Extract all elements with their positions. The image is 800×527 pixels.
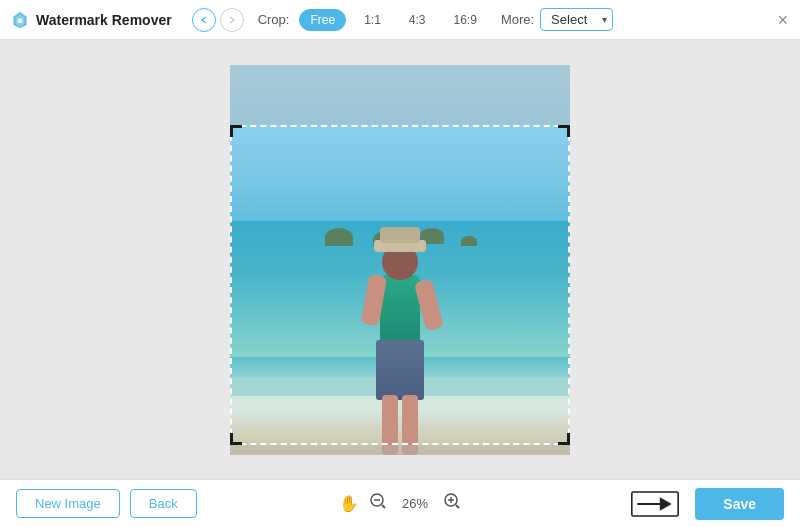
image-canvas bbox=[230, 65, 570, 455]
crop-16-9-button[interactable]: 16:9 bbox=[444, 10, 487, 30]
crop-options: Free 1:1 4:3 16:9 bbox=[299, 9, 486, 31]
zoom-percent: 26% bbox=[397, 496, 433, 511]
select-dropdown[interactable]: Select bbox=[540, 8, 613, 31]
bottom-toolbar: New Image Back ✋ 26% Save bbox=[0, 479, 800, 527]
app-title: Watermark Remover bbox=[36, 12, 172, 28]
close-button[interactable]: × bbox=[777, 11, 788, 29]
nav-arrows bbox=[192, 8, 244, 32]
save-button[interactable]: Save bbox=[695, 488, 784, 520]
new-image-button[interactable]: New Image bbox=[16, 489, 120, 518]
forward-arrow-button[interactable] bbox=[220, 8, 244, 32]
bottom-right-actions: Save bbox=[631, 488, 784, 520]
main-content bbox=[0, 40, 800, 479]
bottom-left-actions: New Image Back bbox=[16, 489, 197, 518]
svg-line-5 bbox=[382, 505, 385, 508]
select-wrapper[interactable]: Select ▾ bbox=[540, 8, 613, 31]
title-bar: Watermark Remover Crop: Free 1:1 4:3 16:… bbox=[0, 0, 800, 40]
save-arrow-indicator bbox=[631, 490, 679, 518]
svg-point-2 bbox=[18, 18, 23, 23]
crop-4-3-button[interactable]: 4:3 bbox=[399, 10, 436, 30]
back-arrow-button[interactable] bbox=[192, 8, 216, 32]
crop-outer-top bbox=[230, 65, 570, 125]
svg-line-9 bbox=[456, 505, 459, 508]
zoom-out-icon[interactable] bbox=[369, 492, 387, 515]
more-label: More: bbox=[501, 12, 534, 27]
zoom-in-icon[interactable] bbox=[443, 492, 461, 515]
crop-label: Crop: bbox=[258, 12, 290, 27]
crop-outer-bottom bbox=[230, 445, 570, 455]
zoom-controls: ✋ 26% bbox=[339, 492, 461, 515]
app-logo-icon bbox=[10, 10, 30, 30]
crop-free-button[interactable]: Free bbox=[299, 9, 346, 31]
back-button[interactable]: Back bbox=[130, 489, 197, 518]
pan-icon[interactable]: ✋ bbox=[339, 494, 359, 513]
crop-1-1-button[interactable]: 1:1 bbox=[354, 10, 391, 30]
